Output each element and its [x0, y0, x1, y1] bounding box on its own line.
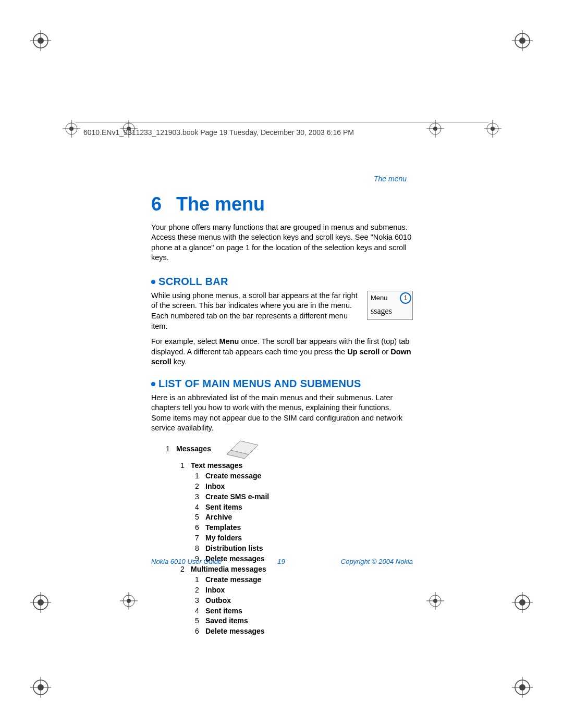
- content-area: 6The menu Your phone offers many functio…: [151, 192, 413, 637]
- menu-item: 4Sent items: [195, 606, 413, 616]
- header-mark-mid2: [426, 120, 444, 138]
- label: Sent items: [205, 607, 242, 615]
- section-heading-text: LIST OF MAIN MENUS AND SUBMENUS: [158, 378, 361, 389]
- messages-icon: [224, 439, 260, 460]
- p2-mid2: or: [380, 348, 390, 356]
- footer: Nokia 6010 User Guide 19 Copyright © 200…: [151, 558, 413, 565]
- num: 8: [195, 544, 205, 553]
- svg-point-3: [38, 38, 44, 44]
- footer-mark-left: [120, 592, 138, 610]
- svg-point-43: [127, 599, 131, 603]
- svg-point-19: [38, 599, 44, 606]
- chapter-title-text: The menu: [176, 193, 265, 215]
- section-heading-text: SCROLL BAR: [158, 276, 228, 287]
- crop-mark-br: [512, 677, 533, 698]
- label: Messages: [176, 445, 211, 453]
- label: Create SMS e-mail: [205, 492, 269, 501]
- label: Inbox: [205, 586, 225, 594]
- footer-page-number: 19: [277, 558, 285, 565]
- menu-item-text-messages: 1Text messages: [180, 461, 413, 471]
- label: Outbox: [205, 596, 231, 604]
- label: Create message: [205, 472, 261, 480]
- svg-point-39: [491, 127, 495, 131]
- label: Multimedia messages: [191, 565, 266, 573]
- scrollbar-para2: For example, select Menu once. The scrol…: [151, 337, 413, 367]
- num: 3: [195, 596, 205, 606]
- label: Archive: [205, 513, 232, 521]
- menu-item: 6Templates: [195, 523, 413, 533]
- chapter-title: 6The menu: [151, 192, 413, 217]
- header-book-info: 6010.ENv1_9311233_121903.book Page 19 Tu…: [83, 128, 354, 137]
- crop-mark-right: [512, 592, 533, 613]
- label: Delete messages: [205, 627, 265, 635]
- num: 5: [195, 616, 205, 626]
- menu-list: 1Messages 1Text messages 1Create message…: [151, 439, 413, 636]
- p2-end: key.: [172, 357, 187, 366]
- header-mark-left: [63, 120, 80, 138]
- label: Templates: [205, 523, 241, 532]
- header-mark-right: [484, 120, 501, 138]
- menu-item: 6Delete messages: [195, 626, 413, 636]
- menu-item: 8Distribution lists: [195, 544, 413, 553]
- svg-point-7: [519, 38, 525, 44]
- label: Saved items: [205, 616, 248, 625]
- section-list-menus: LIST OF MAIN MENUS AND SUBMENUS: [151, 377, 413, 391]
- num: 6: [195, 626, 205, 636]
- p2-pre: For example, select: [151, 337, 219, 346]
- footer-right: Copyright © 2004 Nokia: [341, 558, 413, 565]
- illustration-tab-number: 1: [400, 292, 411, 304]
- list-section-intro: Here is an abbreviated list of the main …: [151, 393, 413, 434]
- illustration-ssages: ssages: [371, 305, 409, 317]
- num: 6: [195, 523, 205, 533]
- crop-mark-tl: [30, 30, 51, 51]
- menu-item: 3Outbox: [195, 596, 413, 606]
- running-head: The menu: [374, 175, 407, 183]
- crop-mark-bl: [30, 677, 51, 698]
- label: Text messages: [191, 461, 242, 470]
- label: Create message: [205, 575, 261, 584]
- svg-point-47: [433, 599, 437, 603]
- num: 7: [195, 533, 205, 543]
- scrollbar-illustration: Menu 1 ssages: [367, 291, 413, 320]
- menu-item: 2Inbox: [195, 585, 413, 595]
- p2-b1: Menu: [219, 337, 239, 346]
- svg-point-27: [69, 127, 74, 131]
- bullet-icon: [151, 280, 155, 284]
- svg-point-35: [433, 127, 437, 131]
- menu-item-messages: 1Messages: [166, 439, 413, 460]
- num: 2: [180, 564, 191, 574]
- num: 2: [195, 585, 205, 595]
- menu-item: 7My folders: [195, 533, 413, 543]
- num: 1: [180, 461, 191, 471]
- menu-item: 2Inbox: [195, 482, 413, 491]
- label: Distribution lists: [205, 544, 263, 552]
- num: 1: [195, 575, 205, 585]
- num: 5: [195, 512, 205, 522]
- svg-point-23: [519, 599, 525, 606]
- num: 4: [195, 502, 205, 512]
- bullet-icon: [151, 382, 155, 386]
- chapter-intro: Your phone offers many functions that ar…: [151, 223, 413, 263]
- crop-mark-left: [30, 592, 51, 613]
- menu-item-multimedia-messages: 2Multimedia messages: [180, 564, 413, 574]
- num: 1: [195, 471, 205, 481]
- menu-item: 5Saved items: [195, 616, 413, 626]
- header-rule: [76, 122, 488, 122]
- menu-item: 1Create message: [195, 575, 413, 585]
- menu-item: 5Archive: [195, 512, 413, 522]
- chapter-number: 6: [151, 192, 176, 217]
- illustration-menu-label: Menu: [371, 294, 388, 302]
- num: 1: [166, 444, 176, 454]
- num: 2: [195, 482, 205, 491]
- footer-left: Nokia 6010 User Guide: [151, 558, 222, 565]
- menu-item: 4Sent items: [195, 502, 413, 512]
- svg-point-11: [38, 684, 44, 690]
- crop-mark-tr: [512, 30, 533, 51]
- page: 6010.ENv1_9311233_121903.book Page 19 Tu…: [0, 0, 563, 728]
- num: 3: [195, 492, 205, 502]
- section-scroll-bar: SCROLL BAR: [151, 275, 413, 289]
- p2-b2: Up scroll: [347, 348, 380, 356]
- label: Sent items: [205, 503, 242, 511]
- label: Inbox: [205, 482, 225, 490]
- label: My folders: [205, 534, 242, 542]
